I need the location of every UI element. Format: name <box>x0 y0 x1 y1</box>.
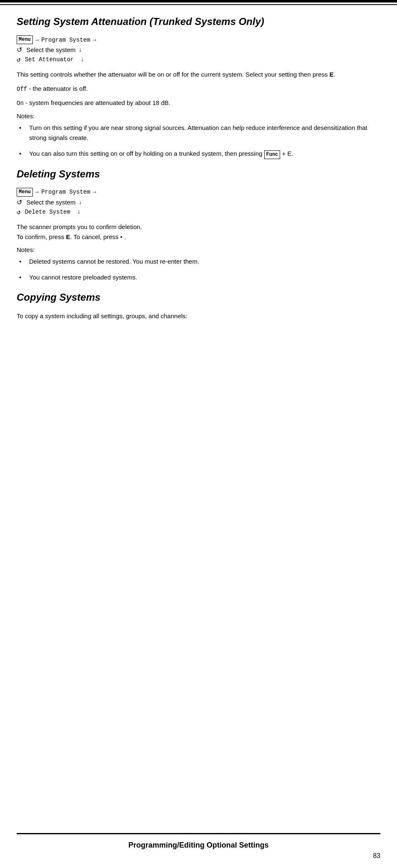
top-thick-rule <box>0 0 397 2</box>
deleting-body: The scanner prompts you to confirm delet… <box>17 222 380 242</box>
set-attenuator-code: Set Attenuator <box>25 56 74 63</box>
body-end-1: . <box>334 71 335 78</box>
on-code: On <box>17 100 24 107</box>
note-period: . <box>291 150 293 157</box>
nav-line-del-1: Menu → Program System → <box>17 188 380 197</box>
select-system-label-2: Select the system <box>25 199 76 206</box>
down-arrow-4: ↓ <box>74 209 81 215</box>
nav-select-system-1: ↺ Select the system ↓ <box>17 46 380 54</box>
note-item-1: Turn on this setting if you are near str… <box>25 123 380 143</box>
page-number: 83 <box>17 852 380 860</box>
note-e-bold: E <box>287 150 291 157</box>
nav-set-attenuator: ↺ Set Attenuator ↓ <box>17 55 380 64</box>
select-system-label-1: Select the system <box>25 46 76 53</box>
off-option: Off - the attenuator is off. <box>17 84 380 94</box>
section-attenuation: Setting System Attenuation (Trunked Syst… <box>17 15 380 159</box>
del-body-1: The scanner prompts you to confirm delet… <box>17 223 142 230</box>
page-content: Setting System Attenuation (Trunked Syst… <box>0 5 397 342</box>
down-arrow-3: ↓ <box>77 199 82 205</box>
func-key: Func <box>264 150 280 159</box>
section-copying-title: Copying Systems <box>17 291 380 304</box>
nav-select-system-2: ↺ Select the system ↓ <box>17 198 380 206</box>
arrow-del-1: → <box>35 189 39 195</box>
rotate-icon-2: ↺ <box>17 55 21 64</box>
rotate-icon-1: ↺ <box>17 46 22 54</box>
menu-key-2: Menu <box>17 188 33 197</box>
off-desc: - the attenuator is off. <box>27 85 88 92</box>
rotate-icon-3: ↺ <box>17 198 22 206</box>
section-copying: Copying Systems To copy a system includi… <box>17 291 380 321</box>
footer-title: Programming/Editing Optional Settings <box>17 833 380 850</box>
del-note-text-1: Deleted systems cannot be restored. You … <box>29 258 199 265</box>
rotate-icon-4: ↺ <box>17 208 21 216</box>
notes-list-1: Turn on this setting if you are near str… <box>25 123 380 159</box>
section-deleting-title: Deleting Systems <box>17 167 380 180</box>
notes-list-2: Deleted systems cannot be restored. You … <box>25 257 380 282</box>
notes-label-2: Notes: <box>17 246 380 253</box>
del-note-item-1: Deleted systems cannot be restored. You … <box>25 257 380 267</box>
arrow-del-2: → <box>93 189 96 195</box>
down-arrow-2: ↓ <box>77 56 84 63</box>
nav-line-1: Menu → Program System → <box>17 35 380 44</box>
note-plus: + <box>280 150 287 157</box>
note-text-2: You can also turn this setting on or off… <box>29 150 264 157</box>
del-body-2: To confirm, press <box>17 233 66 240</box>
on-option: On - system frequencies are attenuated b… <box>17 98 380 108</box>
body-bold-1: E <box>330 71 334 78</box>
delete-system-code: Delete System <box>25 209 70 215</box>
notes-label-1: Notes: <box>17 112 380 120</box>
copying-body: To copy a system including all settings,… <box>17 311 380 321</box>
attenuation-body: This setting controls whether the attenu… <box>17 70 380 80</box>
body-text-1: This setting controls whether the attenu… <box>17 71 330 78</box>
section-attenuation-title: Setting System Attenuation (Trunked Syst… <box>17 15 380 28</box>
on-desc: - system frequencies are attenuated by a… <box>24 99 171 106</box>
program-system-1: Program System <box>41 37 90 43</box>
note-item-2: You can also turn this setting on or off… <box>25 149 380 159</box>
arrow-2: → <box>93 37 96 43</box>
note-text-1: Turn on this setting if you are near str… <box>29 124 367 141</box>
nav-delete-system: ↺ Delete System ↓ <box>17 208 380 216</box>
program-system-2: Program System <box>41 189 90 195</box>
arrow-1: → <box>35 37 39 43</box>
menu-key-1: Menu <box>17 35 33 44</box>
del-e-bold: E <box>66 233 70 240</box>
page-footer: Programming/Editing Optional Settings 83 <box>0 829 397 868</box>
down-arrow-1: ↓ <box>77 46 82 53</box>
del-note-text-2: You cannot restore preloaded systems. <box>29 274 137 281</box>
section-deleting: Deleting Systems Menu → Program System →… <box>17 167 380 282</box>
off-code: Off <box>17 86 27 92</box>
del-note-item-2: You cannot restore preloaded systems. <box>25 272 380 282</box>
del-body-3: . To cancel, press • . <box>70 233 126 240</box>
